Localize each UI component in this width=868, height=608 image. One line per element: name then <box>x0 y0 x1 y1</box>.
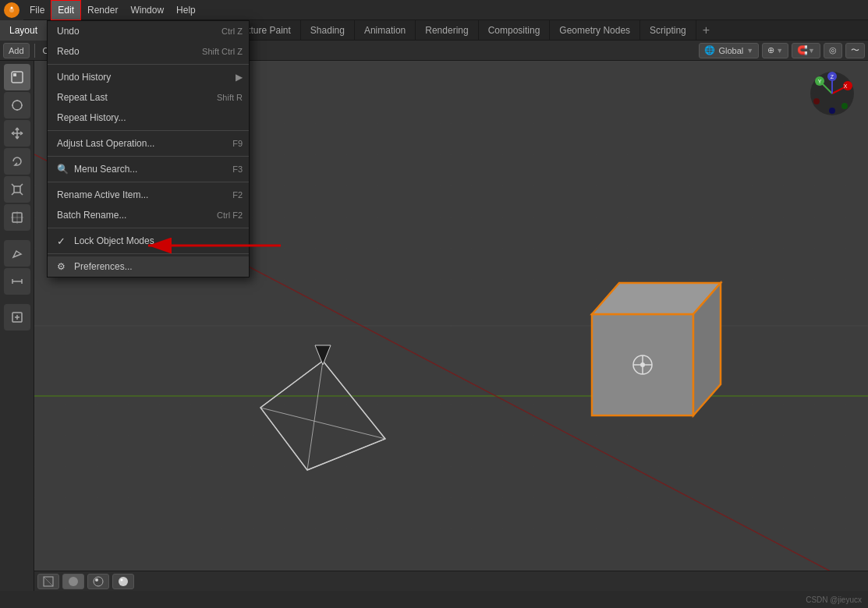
toolbar-divider-1 <box>34 44 35 58</box>
separator-1 <box>48 64 249 65</box>
lock-object-modes-item[interactable]: ✓ Lock Object Modes <box>48 231 249 251</box>
tab-animation[interactable]: Animation <box>355 20 416 41</box>
viewport-gizmo[interactable]: X Y Z <box>809 70 856 117</box>
tab-rendering[interactable]: Rendering <box>416 20 478 41</box>
tab-layout[interactable]: Layout <box>0 20 48 41</box>
separator-2 <box>48 130 249 131</box>
undo-history-item[interactable]: Undo History ▶ <box>48 67 249 87</box>
search-icon: 🔍 <box>57 164 69 175</box>
tab-geometry-nodes[interactable]: Geometry Nodes <box>550 20 640 41</box>
blender-logo-icon <box>4 2 19 18</box>
falloff-btn[interactable]: 〜 <box>845 43 865 58</box>
undo-label: Undo <box>57 26 80 37</box>
top-menubar: File Edit Render Window Help <box>0 0 868 20</box>
edit-menu-item[interactable]: Edit <box>51 0 81 20</box>
repeat-last-shortcut: Shift R <box>217 93 243 102</box>
snap-btn[interactable]: 🧲 ▼ <box>792 43 820 58</box>
edit-dropdown-menu: Undo Ctrl Z Redo Shift Ctrl Z Undo Histo… <box>47 20 250 277</box>
svg-point-58 <box>95 578 98 581</box>
preferences-label: Preferences... <box>74 261 133 272</box>
svg-point-51 <box>813 98 820 104</box>
undo-item[interactable]: Undo Ctrl Z <box>48 21 249 41</box>
lock-object-modes-label: Lock Object Modes <box>74 235 154 246</box>
undo-shortcut: Ctrl Z <box>221 27 243 36</box>
chevron-down-icon-3: ▼ <box>808 47 815 55</box>
measure-tool-button[interactable] <box>4 268 30 295</box>
scale-tool-button[interactable] <box>4 176 30 203</box>
undo-history-label: Undo History <box>57 72 111 83</box>
redo-item[interactable]: Redo Shift Ctrl Z <box>48 41 249 62</box>
svg-point-57 <box>94 577 103 586</box>
snap-icon: 🧲 <box>797 45 808 55</box>
svg-point-53 <box>829 108 835 114</box>
tab-compositing[interactable]: Compositing <box>479 20 551 41</box>
checkbox-checked-icon: ✓ <box>57 235 69 247</box>
falloff-icon: 〜 <box>851 44 859 56</box>
rotate-tool-button[interactable] <box>4 148 30 175</box>
annotate-tool-button[interactable] <box>4 240 30 267</box>
svg-point-40 <box>640 362 645 367</box>
separator-5 <box>48 228 249 228</box>
svg-point-56 <box>69 577 78 586</box>
viewport-shading-material[interactable] <box>87 574 109 589</box>
help-menu-item[interactable]: Help <box>170 0 202 20</box>
separator-4 <box>48 182 249 182</box>
window-menu-item[interactable]: Window <box>124 0 170 20</box>
svg-point-52 <box>841 103 848 109</box>
separator-6 <box>48 253 249 254</box>
add-workspace-button[interactable]: + <box>696 20 716 41</box>
transform-icon: ⊕ <box>767 45 774 55</box>
batch-rename-item[interactable]: Batch Rename... Ctrl F2 <box>48 205 249 225</box>
adjust-last-shortcut: F9 <box>232 139 243 148</box>
svg-point-2 <box>11 6 13 9</box>
chevron-down-icon-2: ▼ <box>776 47 783 55</box>
redo-label: Redo <box>57 46 80 57</box>
repeat-history-item[interactable]: Repeat History... <box>48 108 249 128</box>
svg-rect-4 <box>13 73 16 76</box>
status-text: CSDN @jieyucx <box>806 596 862 604</box>
svg-text:Z: Z <box>831 74 834 80</box>
chevron-down-icon: ▼ <box>746 47 753 55</box>
gear-icon: ⚙ <box>57 261 69 272</box>
add-primitive-button[interactable] <box>4 304 30 331</box>
preferences-item[interactable]: ⚙ Preferences... <box>48 256 249 277</box>
selected-cube-object <box>592 283 721 415</box>
svg-point-60 <box>121 578 123 581</box>
menu-search-label: Menu Search... <box>74 164 137 175</box>
cursor-tool-button[interactable] <box>4 92 30 118</box>
tab-shading[interactable]: Shading <box>301 20 355 41</box>
move-tool-button[interactable] <box>4 120 30 147</box>
proportional-btn[interactable]: ◎ <box>824 43 842 58</box>
add-button[interactable]: Add <box>3 43 30 58</box>
svg-rect-10 <box>14 186 20 193</box>
tab-scripting[interactable]: Scripting <box>640 20 696 41</box>
viewport-shading-rendered[interactable] <box>112 574 134 589</box>
render-menu-item[interactable]: Render <box>81 0 124 20</box>
menu-search-item[interactable]: 🔍 Menu Search... F3 <box>48 159 249 179</box>
rename-active-item[interactable]: Rename Active Item... F2 <box>48 185 249 205</box>
viewport-shading-wireframe[interactable] <box>37 574 59 589</box>
batch-rename-label: Batch Rename... <box>57 210 126 221</box>
select-tool-button[interactable] <box>4 64 30 90</box>
menu-search-shortcut: F3 <box>232 164 243 174</box>
svg-point-59 <box>119 577 128 586</box>
svg-line-55 <box>44 577 53 586</box>
transform-btn[interactable]: ⊕ ▼ <box>762 43 788 58</box>
svg-text:X: X <box>844 83 848 89</box>
adjust-last-item[interactable]: Adjust Last Operation... F9 <box>48 133 249 154</box>
global-dropdown[interactable]: 🌐 Global ▼ <box>699 43 759 58</box>
separator-3 <box>48 156 249 157</box>
repeat-history-label: Repeat History... <box>57 112 126 123</box>
left-sidebar <box>0 61 34 591</box>
repeat-last-item[interactable]: Repeat Last Shift R <box>48 87 249 108</box>
status-bar: CSDN @jieyucx <box>0 591 868 608</box>
rename-active-shortcut: F2 <box>232 190 243 200</box>
transform-tool-button[interactable] <box>4 204 30 231</box>
svg-text:Y: Y <box>818 79 822 84</box>
viewport-shading-solid[interactable] <box>62 574 84 589</box>
file-menu-item[interactable]: File <box>23 0 51 20</box>
proportional-icon: ◎ <box>829 45 837 55</box>
global-icon: 🌐 <box>704 45 715 55</box>
adjust-last-label: Adjust Last Operation... <box>57 138 154 149</box>
viewport-bottom-toolbar <box>34 571 868 591</box>
